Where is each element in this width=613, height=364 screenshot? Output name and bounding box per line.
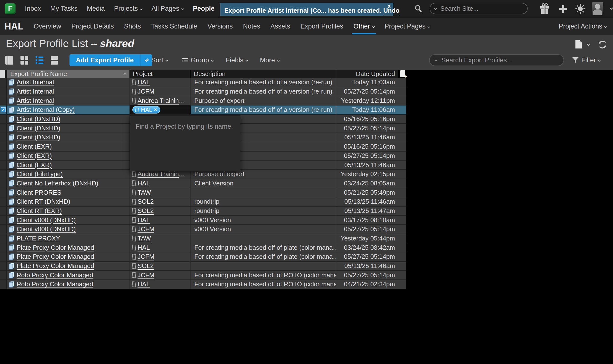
tab-project-details[interactable]: Project Details [71,23,114,30]
name-cell[interactable]: Client (EXR) [7,152,130,160]
export-profile-link[interactable]: Client (DNxHD) [17,115,60,123]
export-profile-link[interactable]: PLATE PROXY [17,235,60,242]
project-cell[interactable]: HAL [130,243,191,252]
table-row[interactable]: Roto Proxy Color Managed JCFM [0,271,406,280]
group-menu[interactable]: Group [182,54,213,66]
export-profile-link[interactable]: Client RT (DNxHD) [17,198,70,205]
column-header-description[interactable]: Description [191,70,336,78]
project-cell[interactable]: HAL × [130,105,191,114]
row-select-cell[interactable] [0,179,7,188]
name-cell[interactable]: Client (DNxHD) [7,133,130,142]
date-updated-cell[interactable]: 05/27/25 05:14pm [336,225,398,234]
description-cell[interactable]: For creating media based off of a versio… [191,105,336,114]
export-profile-link[interactable]: Artist Internal (Copy) [17,106,75,114]
description-cell[interactable]: Client Version [191,179,336,188]
chevron-down-icon[interactable] [435,59,437,61]
date-updated-cell[interactable]: 05/27/25 05:14pm [336,252,398,261]
table-row[interactable]: Artist Internal HAL For creati [0,78,406,87]
project-cell[interactable]: JCFM [130,87,191,96]
project-cell[interactable]: HAL [130,78,191,87]
table-row[interactable]: Roto Proxy Color Managed HAL F [0,280,406,289]
row-select-cell[interactable] [0,115,7,124]
view-rows-button[interactable] [51,56,58,65]
table-row[interactable]: PLATE PROXY TAW Yesterday [0,234,406,243]
project-cell[interactable]: HAL [130,280,191,289]
row-select-cell[interactable] [0,271,7,279]
project-cell[interactable]: SOL2 [130,207,191,215]
table-row[interactable]: Client v000 (DNxHD) HAL v000 V [0,216,406,225]
name-cell[interactable]: Roto Proxy Color Managed [7,280,130,289]
row-select-cell[interactable] [0,152,7,160]
description-cell[interactable]: For creating media based off of plate (c… [191,243,336,252]
filter-menu[interactable]: Filter [572,54,600,66]
date-updated-cell[interactable]: 03/24/25 08:05am [336,179,398,188]
project-cell[interactable]: JCFM [130,225,191,234]
tab-versions[interactable]: Versions [208,23,233,30]
sort-menu[interactable]: Sort [146,54,168,66]
table-row[interactable]: Client PRORES TAW 05/21/2 [0,188,406,197]
description-cell[interactable]: For creating media based off of plate (c… [191,252,336,261]
name-cell[interactable]: PLATE PROXY [7,234,130,243]
export-profile-link[interactable]: Client PRORES [17,189,61,196]
project-link[interactable]: Andrea Training… [137,170,186,178]
project-link[interactable]: HAL [137,180,150,187]
project-cell[interactable]: HAL [130,216,191,224]
add-export-profile-button[interactable]: Add Export Profile [69,54,152,66]
date-updated-cell[interactable]: 05/16/25 05:16pm [336,142,398,151]
row-select-cell[interactable] [0,188,7,197]
tab-export-profiles[interactable]: Export Profiles [300,23,343,30]
export-profile-link[interactable]: Client (EXR) [17,152,52,160]
export-profile-link[interactable]: Client v000 (DNxHD) [17,216,76,224]
date-updated-cell[interactable]: 05/16/25 05:16pm [336,115,398,124]
table-row[interactable]: Client RT (EXR) SOL2 roundtrip [0,207,406,216]
flow-logo[interactable]: F [5,3,16,14]
export-profile-link[interactable]: Plate Proxy Color Managed [17,262,94,270]
project-cell[interactable]: HAL [130,179,191,188]
date-updated-cell[interactable]: 05/27/25 05:14pm [336,271,398,279]
export-profile-link[interactable]: Roto Proxy Color Managed [17,280,93,288]
table-row[interactable]: Plate Proxy Color Managed SOL2 [0,262,406,271]
description-cell[interactable]: For creating media based off of ROTO (co… [191,271,336,279]
export-profile-link[interactable]: Plate Proxy Color Managed [17,253,94,260]
export-profile-link[interactable]: Roto Proxy Color Managed [17,272,93,279]
name-cell[interactable]: Client (FileType) [7,170,130,179]
project-link[interactable]: HAL [137,216,150,224]
name-cell[interactable]: Plate Proxy Color Managed [7,252,130,261]
date-updated-cell[interactable]: 03/17/25 08:10am [336,216,398,224]
name-cell[interactable]: Client (EXR) [7,161,130,169]
project-cell[interactable]: TAW [130,188,191,197]
page-menu-chevron-icon[interactable] [587,42,590,46]
date-updated-cell[interactable]: Yesterday 02:15pm [336,170,398,179]
row-select-cell[interactable] [0,207,7,215]
name-cell[interactable]: Plate Proxy Color Managed [7,243,130,252]
name-cell[interactable]: Plate Proxy Color Managed [7,262,130,271]
name-cell[interactable]: Client (DNxHD) [7,115,130,124]
export-profile-link[interactable]: Client (DNxHD) [17,133,60,141]
date-updated-cell[interactable]: 05/13/25 11:46am [336,262,398,271]
tab-tasks-schedule[interactable]: Tasks Schedule [151,23,197,30]
project-link[interactable]: JCFM [137,253,154,260]
name-cell[interactable]: Artist Internal (Copy) [7,105,130,114]
row-select-cell[interactable] [0,78,7,87]
date-updated-cell[interactable]: 05/13/25 11:46am [336,133,398,142]
row-select-cell[interactable] [0,124,7,132]
project-link[interactable]: JCFM [137,225,154,233]
name-cell[interactable]: Client No Letterbox (DNxHD) [7,179,130,188]
date-updated-cell[interactable]: 05/21/25 05:49pm [336,188,398,197]
row-select-cell[interactable] [0,243,7,252]
row-select-cell[interactable] [0,197,7,206]
date-updated-cell[interactable]: 04/21/25 02:34pm [336,280,398,289]
project-link[interactable]: SOL2 [137,207,154,215]
export-profile-link[interactable]: Client (EXR) [17,161,52,169]
row-select-cell[interactable] [0,234,7,243]
project-link[interactable]: Andrea Training… [137,97,186,104]
description-cell[interactable]: v000 Version [191,216,336,224]
tab-shots[interactable]: Shots [124,23,141,30]
project-token[interactable]: HAL × [133,106,160,114]
plus-icon[interactable] [558,4,568,14]
date-updated-cell[interactable]: 05/13/25 11:47am [336,207,398,215]
project-autocomplete-dropdown[interactable]: Find a Project by typing its name. [130,115,240,171]
description-cell[interactable] [191,262,336,271]
export-profile-link[interactable]: Client RT (EXR) [17,207,62,215]
date-updated-cell[interactable]: Today 11:03am [336,78,398,87]
